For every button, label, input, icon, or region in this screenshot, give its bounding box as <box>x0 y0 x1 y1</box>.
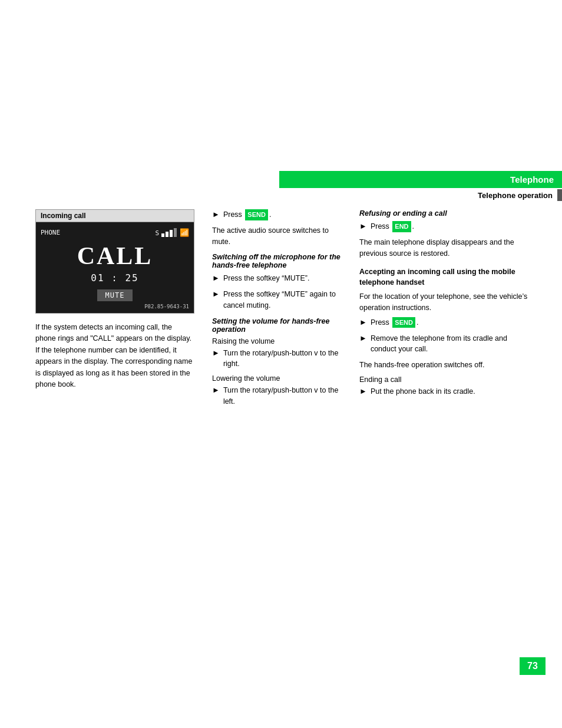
end-badge: END <box>392 221 411 232</box>
press-send-text: Press SEND. <box>223 209 271 220</box>
telephone-operation-row: Telephone operation <box>279 189 562 201</box>
press-send2-text: Press SEND. <box>371 317 418 328</box>
bullet-arrow-6: ► <box>359 222 367 230</box>
bullet-arrow-7: ► <box>359 318 367 327</box>
call-display-text: CALL <box>41 242 189 270</box>
call-time-display: 01 : 25 <box>41 272 189 284</box>
incoming-call-box: Incoming call PHONE S 📶 CALL 01 : <box>35 209 194 314</box>
send-badge-1: SEND <box>245 209 268 220</box>
lowering-item: ► Turn the rotary/push-button v to the l… <box>212 385 342 407</box>
location-text: For the location of your telephone, see … <box>359 291 530 314</box>
mute-instruction-1-text: Press the softkey “MUTE”. <box>223 273 310 284</box>
audio-switch-text: The active audio source switches to mute… <box>212 225 342 248</box>
raising-label: Raising the volume <box>212 337 342 345</box>
phone-label: PHONE <box>41 229 60 236</box>
telephone-operation-label: Telephone operation <box>478 191 555 200</box>
bullet-arrow-5: ► <box>212 386 220 394</box>
handsfree-off-text: The hands-free operation switches off. <box>359 360 530 371</box>
volume-title: Setting the volume for hands-free operat… <box>212 317 342 334</box>
bullet-arrow-8: ► <box>359 334 367 342</box>
bullet-arrow-4: ► <box>212 348 220 357</box>
left-panel: Incoming call PHONE S 📶 CALL 01 : <box>35 209 194 390</box>
left-description-text: If the system detects an incoming call, … <box>35 322 194 390</box>
signal-s-label: S <box>155 229 159 237</box>
wifi-icon: 📶 <box>180 228 189 237</box>
mute-instruction-2-item: ► Press the softkey “MUTE” again to canc… <box>212 289 342 311</box>
refusing-title: Refusing or ending a call <box>359 209 530 218</box>
signal-bar-1 <box>161 233 164 237</box>
telephone-title: Telephone <box>279 171 562 188</box>
lowering-label: Lowering the volume <box>212 374 342 383</box>
send-badge-2: SEND <box>392 317 415 328</box>
phone-code: P82.85-9643-31 <box>41 304 189 309</box>
signal-bar-4 <box>174 228 177 237</box>
switching-off-title: Switching off the microphone for the han… <box>212 253 342 269</box>
press-end-text: Press END. <box>371 221 414 232</box>
mute-instruction-2-text: Press the softkey “MUTE” again to cancel… <box>223 289 342 311</box>
phone-screen: PHONE S 📶 CALL 01 : 25 MUTE <box>36 222 194 313</box>
mute-button-display: MUTE <box>97 289 133 301</box>
phone-signal: S 📶 <box>155 228 189 237</box>
press-end-item: ► Press END. <box>359 221 530 232</box>
bullet-arrow-3: ► <box>212 289 220 298</box>
signal-bar-3 <box>170 230 173 237</box>
signal-bar-2 <box>166 232 168 237</box>
lowering-text: Turn the rotary/push-button v to the lef… <box>223 385 342 407</box>
press-send-item: ► Press SEND. <box>212 209 342 220</box>
mute-instruction-1-item: ► Press the softkey “MUTE”. <box>212 273 342 284</box>
accepting-title: Accepting an incoming call using the mob… <box>359 267 530 288</box>
remove-text: Remove the telephone from its cradle and… <box>371 333 530 355</box>
page-number: 73 <box>520 657 546 675</box>
raising-item: ► Turn the rotary/push-button v to the r… <box>212 348 342 370</box>
put-phone-item: ► Put the phone back in its cradle. <box>359 386 530 397</box>
bullet-arrow-9: ► <box>359 387 367 396</box>
press-send2-item: ► Press SEND. <box>359 317 530 328</box>
bullet-arrow-1: ► <box>212 210 220 219</box>
ending-call-label: Ending a call <box>359 375 530 384</box>
middle-panel: ► Press SEND. The active audio source sw… <box>212 209 342 412</box>
right-panel: Refusing or ending a call ► Press END. T… <box>359 209 530 402</box>
header-bar: Telephone Telephone operation <box>279 171 562 201</box>
phone-top-bar: PHONE S 📶 <box>41 228 189 237</box>
mute-bar: MUTE <box>41 289 189 301</box>
end-description-text: The main telephone display disappears an… <box>359 237 530 259</box>
incoming-call-header: Incoming call <box>36 210 194 222</box>
raising-text: Turn the rotary/push-button v to the rig… <box>223 348 342 370</box>
bullet-arrow-2: ► <box>212 274 220 282</box>
put-phone-text: Put the phone back in its cradle. <box>371 386 475 397</box>
remove-item: ► Remove the telephone from its cradle a… <box>359 333 530 355</box>
operation-bar-decoration <box>557 189 562 201</box>
